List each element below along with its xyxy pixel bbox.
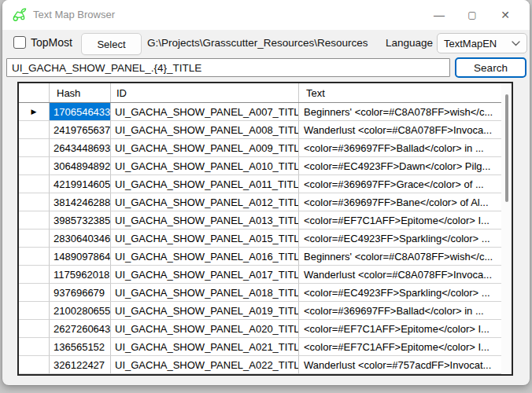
- row-selector-cell[interactable]: [19, 302, 50, 320]
- window-controls: — ▢ ✕: [423, 0, 522, 30]
- maximize-button[interactable]: ▢: [456, 0, 489, 30]
- topmost-checkbox[interactable]: [13, 36, 26, 49]
- cell-text[interactable]: Wanderlust <color=#757acdFF>Invocat...: [299, 356, 503, 374]
- row-selector-cell[interactable]: [19, 230, 50, 248]
- cell-hash[interactable]: 2830640346: [50, 230, 111, 248]
- cell-text[interactable]: <color=#369697FF>Bane</color> of Al...: [299, 193, 503, 211]
- title-bar[interactable]: Text Map Browser — ▢ ✕: [2, 0, 530, 30]
- row-selector-cell[interactable]: [19, 320, 50, 338]
- cell-text[interactable]: <color=#369697FF>Ballad</color> in ...: [299, 139, 503, 157]
- cell-hash[interactable]: 3814246288: [50, 193, 111, 211]
- grid-rows: ▶1706546433UI_GACHA_SHOW_PANEL_A007_TITL…: [19, 103, 503, 374]
- table-row[interactable]: 2627260643UI_GACHA_SHOW_PANEL_A020_TITLE…: [19, 320, 503, 338]
- table-row[interactable]: 326122427UI_GACHA_SHOW_PANEL_A022_TITLEW…: [19, 356, 503, 374]
- select-button[interactable]: Select: [81, 33, 142, 55]
- cell-id[interactable]: UI_GACHA_SHOW_PANEL_A020_TITLE: [111, 320, 299, 338]
- row-selector-cell[interactable]: [19, 248, 50, 266]
- row-selector-cell[interactable]: [19, 338, 50, 356]
- cell-text[interactable]: <color=#369697FF>Ballad</color> in ...: [299, 302, 503, 320]
- chevron-down-icon: [512, 41, 520, 46]
- table-row[interactable]: ▶1706546433UI_GACHA_SHOW_PANEL_A007_TITL…: [19, 103, 503, 121]
- table-row[interactable]: 937696679UI_GACHA_SHOW_PANEL_A018_TITLE<…: [19, 284, 503, 302]
- cell-hash[interactable]: 3064894892: [50, 157, 111, 175]
- table-row[interactable]: 2830640346UI_GACHA_SHOW_PANEL_A015_TITLE…: [19, 230, 503, 248]
- table-row[interactable]: 136565152UI_GACHA_SHOW_PANEL_A021_TITLE<…: [19, 338, 503, 356]
- cell-id[interactable]: UI_GACHA_SHOW_PANEL_A008_TITLE: [111, 121, 299, 139]
- column-header-id[interactable]: ID: [111, 83, 299, 102]
- cell-id[interactable]: UI_GACHA_SHOW_PANEL_A015_TITLE: [111, 230, 299, 248]
- cell-text[interactable]: <color=#EF7C1AFF>Epitome</color> I...: [299, 338, 503, 356]
- topmost-label: TopMost: [31, 36, 72, 49]
- table-row[interactable]: 3814246288UI_GACHA_SHOW_PANEL_A012_TITLE…: [19, 193, 503, 211]
- grid-header: Hash ID Text: [19, 83, 503, 103]
- cell-text[interactable]: <color=#EC4923FF>Sparkling</color> ...: [299, 284, 503, 302]
- cell-text[interactable]: <color=#369697FF>Grace</color> of ...: [299, 175, 503, 193]
- row-selector-cell[interactable]: [19, 266, 50, 284]
- cell-id[interactable]: UI_GACHA_SHOW_PANEL_A019_TITLE: [111, 302, 299, 320]
- cell-text[interactable]: <color=#EF7C1AFF>Epitome</color> I...: [299, 320, 503, 338]
- cell-hash[interactable]: 136565152: [50, 338, 111, 356]
- cell-id[interactable]: UI_GACHA_SHOW_PANEL_A009_TITLE: [111, 139, 299, 157]
- row-selector-cell[interactable]: [19, 193, 50, 211]
- cell-id[interactable]: UI_GACHA_SHOW_PANEL_A018_TITLE: [111, 284, 299, 302]
- scrollbar-thumb[interactable]: [505, 94, 508, 202]
- cell-hash[interactable]: 4219914605: [50, 175, 111, 193]
- language-select[interactable]: TextMapEN: [437, 33, 527, 53]
- cell-id[interactable]: UI_GACHA_SHOW_PANEL_A016_TITLE: [111, 248, 299, 266]
- cell-hash[interactable]: 2627260643: [50, 320, 111, 338]
- close-icon: ✕: [501, 9, 510, 21]
- cell-id[interactable]: UI_GACHA_SHOW_PANEL_A007_TITLE: [111, 103, 299, 121]
- table-row[interactable]: 3064894892UI_GACHA_SHOW_PANEL_A010_TITLE…: [19, 157, 503, 175]
- cell-id[interactable]: UI_GACHA_SHOW_PANEL_A022_TITLE: [111, 356, 299, 374]
- cell-hash[interactable]: 326122427: [50, 356, 111, 374]
- cell-id[interactable]: UI_GACHA_SHOW_PANEL_A017_TITLE: [111, 266, 299, 284]
- cell-hash[interactable]: 1706546433: [50, 103, 111, 121]
- cell-hash[interactable]: 3985732385: [50, 211, 111, 230]
- cell-hash[interactable]: 937696679: [50, 284, 111, 302]
- window-title: Text Map Browser: [33, 0, 115, 30]
- row-selector-cell[interactable]: [19, 211, 50, 230]
- cell-id[interactable]: UI_GACHA_SHOW_PANEL_A012_TITLE: [111, 193, 299, 211]
- row-selector-cell[interactable]: [19, 139, 50, 157]
- language-selected-value: TextMapEN: [444, 38, 497, 50]
- table-row[interactable]: 2100280655UI_GACHA_SHOW_PANEL_A019_TITLE…: [19, 302, 503, 320]
- table-row[interactable]: 1489097864UI_GACHA_SHOW_PANEL_A016_TITLE…: [19, 248, 503, 266]
- row-selector-cell[interactable]: [19, 356, 50, 374]
- cell-text[interactable]: <color=#EC4923FF>Sparkling</color> ...: [299, 230, 503, 248]
- search-input[interactable]: [6, 58, 450, 77]
- cell-hash[interactable]: 2643448693: [50, 139, 111, 157]
- table-row[interactable]: 4219914605UI_GACHA_SHOW_PANEL_A011_TITLE…: [19, 175, 503, 193]
- cell-text[interactable]: Wanderlust <color=#C8A078FF>Invoca...: [299, 266, 503, 284]
- table-row[interactable]: 2419765637UI_GACHA_SHOW_PANEL_A008_TITLE…: [19, 121, 503, 139]
- language-label: Language: [386, 37, 433, 49]
- minimize-button[interactable]: —: [423, 0, 456, 30]
- current-row-marker[interactable]: ▶: [19, 103, 50, 121]
- table-row[interactable]: 3985732385UI_GACHA_SHOW_PANEL_A013_TITLE…: [19, 211, 503, 230]
- cell-text[interactable]: <color=#EC4923FF>Dawn</color> Pilg...: [299, 157, 503, 175]
- column-header-hash[interactable]: Hash: [50, 83, 111, 102]
- vertical-scrollbar[interactable]: [501, 83, 512, 374]
- app-icon: [11, 6, 28, 23]
- cell-text[interactable]: <color=#EF7C1AFF>Epitome</color> I...: [299, 211, 503, 230]
- cell-id[interactable]: UI_GACHA_SHOW_PANEL_A021_TITLE: [111, 338, 299, 356]
- cell-hash[interactable]: 1175962018: [50, 266, 111, 284]
- search-button[interactable]: Search: [455, 57, 526, 78]
- cell-hash[interactable]: 2419765637: [50, 121, 111, 139]
- column-header-text[interactable]: Text: [299, 83, 503, 102]
- cell-id[interactable]: UI_GACHA_SHOW_PANEL_A013_TITLE: [111, 211, 299, 230]
- cell-id[interactable]: UI_GACHA_SHOW_PANEL_A010_TITLE: [111, 157, 299, 175]
- row-selector-header[interactable]: [19, 83, 50, 102]
- cell-hash[interactable]: 1489097864: [50, 248, 111, 266]
- cell-hash[interactable]: 2100280655: [50, 302, 111, 320]
- row-selector-cell[interactable]: [19, 157, 50, 175]
- cell-text[interactable]: Beginners' <color=#C8A078FF>wish</c...: [299, 103, 503, 121]
- cell-text[interactable]: Beginners' <color=#C8A078FF>wish</c...: [299, 248, 503, 266]
- table-row[interactable]: 1175962018UI_GACHA_SHOW_PANEL_A017_TITLE…: [19, 266, 503, 284]
- cell-text[interactable]: Wanderlust <color=#C8A078FF>Invoca...: [299, 121, 503, 139]
- cell-id[interactable]: UI_GACHA_SHOW_PANEL_A011_TITLE: [111, 175, 299, 193]
- close-button[interactable]: ✕: [489, 0, 522, 30]
- table-row[interactable]: 2643448693UI_GACHA_SHOW_PANEL_A009_TITLE…: [19, 139, 503, 157]
- row-selector-cell[interactable]: [19, 121, 50, 139]
- row-selector-cell[interactable]: [19, 175, 50, 193]
- row-selector-cell[interactable]: [19, 284, 50, 302]
